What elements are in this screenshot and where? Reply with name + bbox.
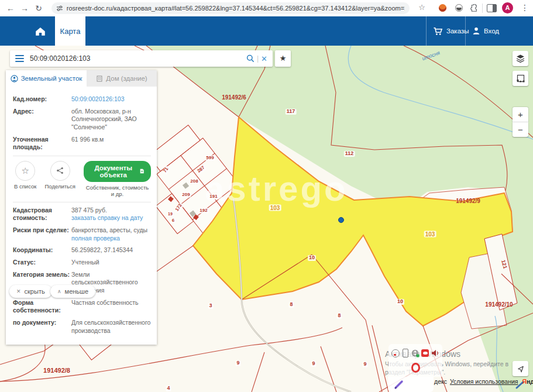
- browser-reload-icon[interactable]: ↻: [32, 4, 46, 13]
- docs-button-label: Документы объекта: [91, 164, 136, 178]
- add-to-list-button[interactable]: ☆ В список: [14, 161, 36, 190]
- globe-shield-icon[interactable]: [411, 349, 419, 357]
- panel-divider: [13, 156, 151, 156]
- screen-recorder-toolbar: [388, 344, 442, 377]
- speaker-icon[interactable]: [431, 349, 439, 357]
- info-label: Уточненная площадь:: [13, 136, 71, 152]
- info-value: обл. Московская, р-н Солнечногорский, ЗА…: [71, 108, 151, 132]
- locate-button[interactable]: [513, 361, 528, 376]
- tab-land-parcel[interactable]: Земельный участок: [6, 70, 87, 87]
- tab-building[interactable]: Дом (здание): [87, 70, 157, 87]
- share-icon: [56, 167, 64, 174]
- info-label: Адрес:: [13, 108, 71, 132]
- info-rows-top: Кад.номер:50:09:0020126:103Адрес:обл. Мо…: [13, 95, 151, 152]
- info-label: по документу:: [13, 319, 71, 335]
- map-center-marker: [339, 218, 344, 223]
- info-value: 50:09:0020126:103: [71, 95, 151, 104]
- hide-label: скрыть: [25, 288, 45, 295]
- info-row: Статус:Учтенный: [13, 259, 151, 267]
- layers-button[interactable]: [513, 51, 528, 66]
- info-row: Адрес:обл. Московская, р-н Солнечногорск…: [13, 108, 151, 132]
- phone-icon[interactable]: [401, 349, 410, 357]
- info-row: Форма собственности:Частная собственност…: [13, 299, 151, 315]
- site-settings-icon[interactable]: [56, 5, 63, 12]
- info-link[interactable]: полная проверка: [71, 235, 120, 242]
- info-row: по документу:Для сельскохозяйственного п…: [13, 319, 151, 335]
- browser-back-icon[interactable]: ←: [4, 4, 18, 13]
- info-value: банкротства, аресты, судыполная проверка: [71, 226, 151, 242]
- collapse-panel-button[interactable]: ∧ меньше: [50, 285, 95, 298]
- star-outline-icon: ☆: [22, 166, 29, 176]
- info-link[interactable]: заказать справку на дату: [71, 214, 143, 221]
- extension-icon[interactable]: [455, 4, 463, 12]
- info-row: Риски при сделке:банкротства, аресты, су…: [13, 226, 151, 242]
- info-label: Риски при сделке:: [13, 226, 71, 242]
- share-button[interactable]: Поделиться: [44, 161, 75, 190]
- hide-panel-button[interactable]: ✕ скрыть: [9, 285, 52, 298]
- opera-icon[interactable]: [411, 363, 420, 372]
- address-bar[interactable]: rosreestr-doc.ru/кадастровая_карта#lat=5…: [51, 2, 410, 14]
- info-value: Частная собственность: [71, 299, 151, 315]
- pen-icon: [394, 379, 404, 390]
- clear-search-icon[interactable]: ✕: [261, 54, 267, 63]
- side-panel-icon[interactable]: [487, 4, 497, 12]
- app-root: ← → ↻ rosreestr-doc.ru/кадастровая_карта…: [0, 0, 533, 392]
- record-eye-icon[interactable]: [421, 349, 429, 357]
- info-value: 61 996 кв.м: [71, 136, 151, 152]
- site-header: Карта Заказы Вход: [0, 16, 533, 46]
- browser-forward-icon[interactable]: →: [18, 4, 32, 13]
- close-icon: ✕: [16, 288, 21, 294]
- header-divider: [426, 16, 427, 46]
- info-rows-bottom: Кадастровая стоимость:387 475 руб.заказа…: [13, 207, 151, 335]
- zoom-out-button[interactable]: −: [513, 122, 528, 137]
- person-circle-icon: [11, 75, 18, 82]
- terms-of-use-link[interactable]: Условия использования: [450, 378, 518, 385]
- user-icon: [472, 27, 480, 35]
- attribution-prefix: декс: [434, 378, 447, 385]
- login-button[interactable]: Вход: [472, 16, 499, 46]
- panel-actions: ☆ В список Поделиться Докуме: [13, 160, 151, 198]
- orders-button[interactable]: Заказы: [433, 16, 469, 46]
- browser-menu-kebab-icon[interactable]: ⋮: [520, 3, 530, 12]
- home-button[interactable]: [26, 16, 55, 46]
- login-label: Вход: [484, 27, 499, 35]
- toolbar-divider: [482, 4, 483, 13]
- bookmark-star-icon[interactable]: ☆: [417, 3, 427, 12]
- tab-map[interactable]: Карта: [55, 16, 85, 46]
- area-select-button[interactable]: [513, 71, 528, 86]
- map-attribution: дексУсловия использованияЯндекс: [434, 378, 533, 385]
- zoom-in-button[interactable]: +: [513, 107, 528, 122]
- search-bar[interactable]: | ✕: [10, 50, 273, 67]
- info-value: 56.259822, 37.145344: [71, 246, 151, 255]
- url-text: rosreestr-doc.ru/кадастровая_карта#lat=5…: [67, 5, 405, 12]
- annotation-pen-panel[interactable]: [388, 377, 434, 392]
- info-row: Кад.номер:50:09:0020126:103: [13, 95, 151, 104]
- locate-arrow-icon: [516, 365, 525, 373]
- document-icon: [140, 167, 144, 175]
- panel-divider: [13, 202, 151, 202]
- search-icon[interactable]: [246, 54, 255, 63]
- extensions-puzzle-icon[interactable]: [469, 4, 477, 12]
- info-label: Координаты:: [13, 246, 71, 255]
- add-to-list-label: В список: [14, 183, 36, 190]
- docs-button-caption: Собственник, стоимость и др.: [84, 184, 151, 197]
- object-documents-button[interactable]: Документы объекта: [84, 161, 151, 182]
- info-value: 387 475 руб.заказать справку на дату: [71, 207, 151, 222]
- chevron-up-icon: ∧: [57, 288, 61, 294]
- info-row: Координаты:56.259822, 37.145344: [13, 246, 151, 255]
- favorites-button[interactable]: ★: [275, 50, 291, 67]
- cart-icon: [433, 27, 443, 36]
- profile-avatar[interactable]: A: [502, 2, 513, 13]
- building-icon: [96, 75, 103, 82]
- extension-icon[interactable]: [439, 4, 446, 12]
- tab-label: Земельный участок: [21, 75, 82, 82]
- info-value: Учтенный: [71, 259, 151, 267]
- home-icon: [35, 26, 46, 36]
- webcam-icon[interactable]: [391, 349, 400, 357]
- yandex-logo: Яндекс: [522, 378, 533, 385]
- search-input[interactable]: [29, 54, 246, 63]
- parcel-info-panel: Земельный участок Дом (здание) Кад.номер…: [6, 70, 157, 345]
- menu-burger-icon[interactable]: [15, 54, 24, 64]
- info-label: Кадастровая стоимость:: [13, 207, 71, 222]
- browser-toolbar: ← → ↻ rosreestr-doc.ru/кадастровая_карта…: [0, 0, 533, 17]
